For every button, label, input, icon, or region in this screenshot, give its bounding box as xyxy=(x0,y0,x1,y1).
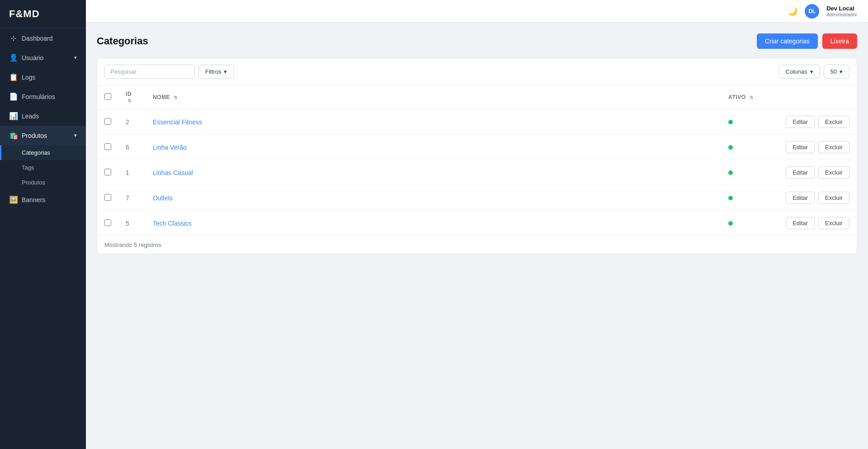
perpage-button[interactable]: 50 ▾ xyxy=(824,65,849,79)
row-id: 5 xyxy=(118,211,146,236)
avatar: DL xyxy=(805,4,819,19)
logs-icon: 📋 xyxy=(9,73,17,81)
col-header-nome: NOME ⇅ xyxy=(146,85,721,109)
sidebar-item-usuario[interactable]: 👤 Usuário ▾ xyxy=(0,48,86,67)
row-id: 6 xyxy=(118,135,146,160)
table-row: 1 Linhas Casual Editar Excluir xyxy=(97,160,857,185)
sidebar-subitem-label: Produtos xyxy=(22,179,45,186)
chevron-down-icon: ▾ xyxy=(840,68,843,75)
active-dot-icon xyxy=(728,196,733,200)
sidebar-item-banners[interactable]: 🖼️ Banners xyxy=(0,190,86,209)
edit-button[interactable]: Editar xyxy=(786,166,815,179)
search-input[interactable] xyxy=(104,65,195,79)
sidebar-subitem-label: Categorias xyxy=(22,149,50,156)
toolbar-right: Colunas ▾ 50 ▾ xyxy=(779,65,849,79)
delete-button[interactable]: Excluir xyxy=(818,192,849,204)
row-id: 1 xyxy=(118,160,146,185)
row-name[interactable]: Linhas Casual xyxy=(146,160,721,185)
delete-button[interactable]: Excluir xyxy=(818,166,849,179)
select-all-checkbox[interactable] xyxy=(104,93,111,100)
page-title: Categorias xyxy=(97,35,148,47)
sort-icon: ⇅ xyxy=(174,95,178,100)
table-footer: Mostrando 5 registros xyxy=(97,236,857,254)
sort-icon: ⇅ xyxy=(750,95,754,100)
table-row: 2 Essencial Fitness Editar Excluir xyxy=(97,109,857,135)
sidebar-subitem-tags[interactable]: Tags xyxy=(0,160,86,175)
columns-label: Colunas xyxy=(786,68,807,75)
row-checkbox-cell xyxy=(97,185,118,211)
chevron-down-icon: ▾ xyxy=(74,132,77,138)
sort-icon: ⇅ xyxy=(127,98,132,103)
leads-icon: 📊 xyxy=(9,112,17,120)
edit-button[interactable]: Editar xyxy=(786,192,815,204)
edit-button[interactable]: Editar xyxy=(786,217,815,229)
col-header-actions xyxy=(775,85,857,109)
row-checkbox[interactable] xyxy=(104,169,111,175)
toolbar-left: Filtros ▾ xyxy=(104,65,234,79)
banners-icon: 🖼️ xyxy=(9,195,17,204)
sidebar-item-formularios[interactable]: 📄 Formulários xyxy=(0,87,86,106)
sidebar-subitem-produtos[interactable]: Produtos xyxy=(0,175,86,190)
table-row: 7 Outlets Editar Excluir xyxy=(97,185,857,211)
row-checkbox-cell xyxy=(97,135,118,160)
delete-button[interactable]: Excluir xyxy=(818,217,849,229)
row-name[interactable]: Essencial Fitness xyxy=(146,109,721,135)
dashboard-icon: ⊹ xyxy=(9,34,17,43)
chevron-down-icon: ▾ xyxy=(224,68,227,75)
sidebar-item-label: Dashboard xyxy=(22,35,53,42)
sidebar: F&MD ⊹ Dashboard 👤 Usuário ▾ 📋 Logs 📄 Fo… xyxy=(0,0,86,449)
row-checkbox[interactable] xyxy=(104,118,111,125)
sidebar-item-label: Usuário xyxy=(22,54,43,61)
sidebar-item-label: Logs xyxy=(22,74,35,81)
content-area: Categorias Criar categorias Lixeira Filt… xyxy=(86,23,868,449)
chevron-down-icon: ▾ xyxy=(810,68,813,75)
sidebar-item-leads[interactable]: 📊 Leads xyxy=(0,106,86,126)
sidebar-subitem-categorias[interactable]: Categorias xyxy=(0,145,86,160)
row-name[interactable]: Linha Verão xyxy=(146,135,721,160)
table-header-row: ID ⇅ NOME ⇅ ATIVO ⇅ xyxy=(97,85,857,109)
columns-button[interactable]: Colunas ▾ xyxy=(779,65,820,79)
records-count: Mostrando 5 registros xyxy=(104,241,161,248)
row-name[interactable]: Tech Classics xyxy=(146,211,721,236)
create-category-button[interactable]: Criar categorias xyxy=(757,33,818,49)
row-checkbox[interactable] xyxy=(104,143,111,150)
row-actions: Editar Excluir xyxy=(775,160,857,185)
page-header: Categorias Criar categorias Lixeira xyxy=(97,33,857,49)
row-checkbox-cell xyxy=(97,109,118,135)
perpage-label: 50 xyxy=(830,68,837,75)
row-actions: Editar Excluir xyxy=(775,135,857,160)
active-dot-icon xyxy=(728,120,733,124)
filter-label: Filtros xyxy=(205,68,221,75)
edit-button[interactable]: Editar xyxy=(786,116,815,128)
row-checkbox[interactable] xyxy=(104,219,111,226)
delete-button[interactable]: Excluir xyxy=(818,116,849,128)
active-dot-icon xyxy=(728,170,733,175)
row-name[interactable]: Outlets xyxy=(146,185,721,211)
sidebar-item-label: Formulários xyxy=(22,93,55,100)
sidebar-subitem-label: Tags xyxy=(22,164,34,171)
trash-button[interactable]: Lixeira xyxy=(822,33,857,49)
row-active xyxy=(721,109,775,135)
topbar: 🌙 DL Dev Local Administrador xyxy=(86,0,868,23)
user-name: Dev Local xyxy=(826,5,857,12)
theme-toggle-icon[interactable]: 🌙 xyxy=(788,6,797,16)
sidebar-item-dashboard[interactable]: ⊹ Dashboard xyxy=(0,28,86,48)
col-header-id: ID ⇅ xyxy=(118,85,146,109)
table-body: 2 Essencial Fitness Editar Excluir 6 Lin… xyxy=(97,109,857,236)
categories-card: Filtros ▾ Colunas ▾ 50 ▾ xyxy=(97,58,857,254)
main-panel: 🌙 DL Dev Local Administrador Categorias … xyxy=(86,0,868,449)
row-checkbox-cell xyxy=(97,160,118,185)
table-row: 5 Tech Classics Editar Excluir xyxy=(97,211,857,236)
user-icon: 👤 xyxy=(9,53,17,62)
edit-button[interactable]: Editar xyxy=(786,141,815,153)
sidebar-item-logs[interactable]: 📋 Logs xyxy=(0,67,86,87)
table-row: 6 Linha Verão Editar Excluir xyxy=(97,135,857,160)
row-id: 7 xyxy=(118,185,146,211)
row-checkbox[interactable] xyxy=(104,194,111,201)
sidebar-item-label: Leads xyxy=(22,113,39,120)
active-dot-icon xyxy=(728,145,733,150)
filter-button[interactable]: Filtros ▾ xyxy=(198,65,234,79)
page-actions: Criar categorias Lixeira xyxy=(757,33,857,49)
delete-button[interactable]: Excluir xyxy=(818,141,849,153)
sidebar-item-produtos[interactable]: 🛍️ Produtos ▾ xyxy=(0,126,86,145)
